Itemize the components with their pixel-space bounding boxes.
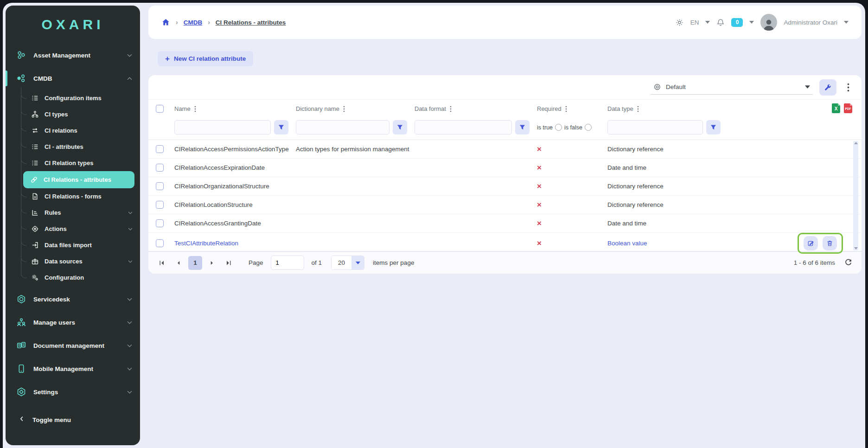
data-type-filter-input[interactable] — [607, 120, 703, 134]
notification-badge[interactable]: 0 — [731, 18, 743, 27]
data-format-filter-button[interactable] — [515, 120, 530, 134]
svg-text:PDF: PDF — [845, 107, 851, 110]
page-size-select[interactable]: 20 — [331, 256, 364, 270]
breadcrumb-current[interactable]: CI Relations - attributes — [216, 19, 286, 26]
page-number-input[interactable] — [271, 256, 304, 270]
avatar[interactable] — [760, 14, 777, 31]
cell-type: Boolean value — [607, 240, 728, 247]
sidebar-item-asset-management[interactable]: Asset Management — [6, 44, 140, 67]
column-header-dictionary-name[interactable]: Dictionary name — [296, 105, 415, 112]
sidebar-item-label: CI Relations - forms — [45, 193, 134, 200]
first-page-button[interactable] — [155, 256, 169, 270]
language-selector[interactable]: EN — [690, 19, 699, 26]
page-number-button[interactable]: 1 — [188, 256, 202, 270]
data-type-filter-button[interactable] — [706, 120, 721, 134]
gear-icon[interactable] — [675, 18, 684, 27]
hierarchy-icon — [31, 110, 39, 119]
sidebar-item-ci-types[interactable]: CI types — [6, 106, 140, 122]
chevron-down-icon[interactable] — [705, 21, 710, 24]
sidebar-item-document-management[interactable]: Document management — [6, 334, 140, 357]
column-menu-icon[interactable] — [450, 106, 452, 112]
is-true-radio[interactable] — [555, 124, 562, 131]
table-row[interactable]: CIRelationAccessPermissionsActionType Ac… — [148, 140, 862, 159]
sidebar-item-label: Rules — [45, 209, 122, 216]
list-icon — [31, 159, 39, 167]
row-checkbox[interactable] — [156, 145, 164, 153]
refresh-button[interactable] — [844, 259, 852, 267]
home-icon[interactable] — [161, 18, 170, 26]
column-menu-icon[interactable] — [565, 106, 567, 112]
toggle-menu-button[interactable]: Toggle menu — [6, 408, 140, 431]
name-filter-input[interactable] — [174, 120, 271, 134]
sidebar-item-configuration-items[interactable]: Configuration items — [6, 90, 140, 106]
column-menu-icon[interactable] — [343, 106, 345, 112]
table-row[interactable]: CIRelationLocationStructure × Dictionary… — [148, 196, 862, 214]
sidebar-item-actions[interactable]: Actions — [6, 221, 140, 237]
cell-type: Date and time — [607, 164, 728, 171]
export-pdf-icon[interactable]: PDF — [844, 103, 852, 115]
next-page-button[interactable] — [205, 256, 219, 270]
sidebar-item-data-files-import[interactable]: Data files import — [6, 237, 140, 253]
row-checkbox[interactable] — [156, 182, 164, 190]
required-false-icon: × — [537, 182, 607, 190]
new-ci-relation-attribute-button[interactable]: + New CI relation attribute — [158, 51, 253, 66]
row-checkbox[interactable] — [156, 201, 164, 209]
last-page-button[interactable] — [222, 256, 236, 270]
sidebar-item-ci-relations[interactable]: CI relations — [6, 122, 140, 139]
bell-icon[interactable] — [716, 18, 725, 27]
sidebar-item-ci-attributes[interactable]: CI - attributes — [6, 139, 140, 155]
export-excel-icon[interactable]: X — [832, 103, 840, 115]
view-selector[interactable]: Default — [651, 80, 813, 95]
row-checkbox[interactable] — [156, 219, 164, 227]
sidebar-item-settings[interactable]: Settings — [6, 380, 140, 403]
table-row-selected[interactable]: TestCIAttributeRelation × Boolean value — [148, 233, 862, 251]
dictionary-name-filter-button[interactable] — [393, 120, 407, 134]
chevron-up-icon — [127, 77, 133, 80]
table-row[interactable]: CIRelationOrganizationalStructure × Dict… — [148, 177, 862, 196]
sidebar-item-servicedesk[interactable]: Servicedesk — [6, 288, 140, 311]
column-header-name[interactable]: Name — [174, 105, 296, 112]
grid-settings-wrench-button[interactable] — [819, 79, 836, 96]
edit-button[interactable] — [804, 236, 818, 250]
column-header-data-format[interactable]: Data format — [415, 105, 537, 112]
required-false-icon: × — [537, 164, 607, 172]
table-row[interactable]: CIRelationAccessExpirationDate × Date an… — [148, 159, 862, 177]
new-button-label: New CI relation attribute — [174, 55, 246, 62]
sidebar-item-ci-relation-types[interactable]: CI Relation types — [6, 155, 140, 171]
kebab-icon — [847, 83, 849, 92]
previous-page-button[interactable] — [172, 256, 185, 270]
sidebar-item-mobile-management[interactable]: Mobile Management — [6, 357, 140, 380]
chevron-down-icon — [127, 390, 133, 394]
column-menu-icon[interactable] — [194, 106, 196, 112]
column-menu-icon[interactable] — [637, 106, 639, 112]
cell-name[interactable]: TestCIAttributeRelation — [174, 240, 296, 247]
column-header-required[interactable]: Required — [537, 105, 607, 112]
sidebar-item-data-sources[interactable]: Data sources — [6, 253, 140, 269]
column-header-data-type[interactable]: Data type — [607, 105, 728, 112]
sidebar-item-configuration[interactable]: Configuration — [6, 269, 140, 286]
cell-name: CIRelationAccessExpirationDate — [174, 164, 296, 171]
sidebar-item-ci-relations-forms[interactable]: CI Relations - forms — [6, 188, 140, 205]
row-checkbox[interactable] — [156, 239, 164, 247]
row-checkbox[interactable] — [156, 164, 164, 172]
sidebar-item-manage-users[interactable]: Manage users — [6, 311, 140, 334]
dictionary-name-filter-input[interactable] — [296, 120, 389, 134]
cell-name: CIRelationAccessPermissionsActionType — [174, 146, 296, 153]
user-name[interactable]: Administrator Oxari — [784, 19, 837, 26]
sidebar-item-ci-relations-attributes[interactable]: CI Relations - attributes — [23, 171, 134, 188]
select-all-checkbox[interactable] — [156, 105, 164, 113]
chevron-down-icon — [127, 367, 133, 371]
chevron-down-icon[interactable] — [844, 21, 849, 24]
delete-button[interactable] — [823, 236, 837, 250]
more-options-kebab-button[interactable] — [843, 79, 853, 96]
chevron-down-icon[interactable] — [749, 21, 754, 24]
table-scrollbar[interactable] — [853, 141, 858, 250]
is-false-radio[interactable] — [585, 124, 592, 131]
name-filter-button[interactable] — [274, 120, 288, 134]
sidebar-item-cmdb[interactable]: CMDB — [6, 67, 140, 90]
table-row[interactable]: CIRelationAccessGrantingDate × Date and … — [148, 214, 862, 233]
sidebar-item-label: Servicedesk — [33, 296, 121, 303]
sidebar-item-rules[interactable]: Rules — [6, 205, 140, 221]
breadcrumb-link-cmdb[interactable]: CMDB — [184, 19, 203, 26]
data-format-filter-input[interactable] — [415, 120, 512, 134]
